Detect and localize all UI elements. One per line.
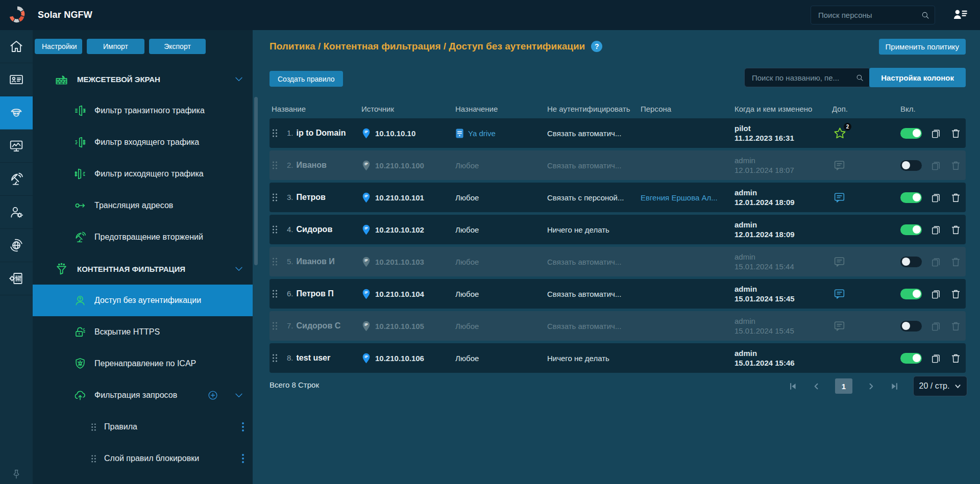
menu-item[interactable]: Фильтрация запросов bbox=[33, 379, 253, 411]
rail-item-home[interactable] bbox=[0, 30, 33, 63]
prev-page-icon[interactable] bbox=[812, 381, 821, 391]
copy-button[interactable] bbox=[930, 160, 942, 171]
create-rule-button[interactable]: Создать правило bbox=[270, 71, 343, 87]
favorite-star-icon[interactable]: 2 bbox=[833, 126, 847, 140]
row-drag-handle-icon[interactable] bbox=[272, 353, 287, 363]
changed-by: admin bbox=[734, 316, 828, 326]
row-drag-handle-icon[interactable] bbox=[272, 289, 287, 298]
rail-item-network[interactable] bbox=[0, 229, 33, 262]
user-menu-icon[interactable] bbox=[952, 8, 968, 22]
persona-search-input[interactable] bbox=[817, 10, 921, 20]
delete-button[interactable] bbox=[950, 160, 962, 171]
enable-toggle[interactable] bbox=[900, 192, 922, 203]
copy-button[interactable] bbox=[930, 352, 942, 364]
menu-item[interactable]: Вскрытие HTTPS bbox=[33, 316, 253, 348]
table-search[interactable] bbox=[744, 68, 871, 87]
menu-group-header[interactable]: КОНТЕНТНАЯ ФИЛЬТРАЦИЯ bbox=[33, 253, 253, 285]
delete-button[interactable] bbox=[950, 288, 962, 300]
delete-button[interactable] bbox=[950, 224, 962, 236]
copy-button[interactable] bbox=[930, 288, 942, 300]
copy-button[interactable] bbox=[930, 320, 942, 332]
rail-item-dashboard[interactable] bbox=[0, 130, 33, 163]
menu-child-item[interactable]: Правила bbox=[33, 411, 253, 443]
comment-icon[interactable] bbox=[833, 288, 846, 300]
table-search-input[interactable] bbox=[751, 73, 855, 83]
help-icon[interactable]: ? bbox=[591, 41, 602, 52]
delete-button[interactable] bbox=[950, 256, 962, 268]
row-drag-handle-icon[interactable] bbox=[272, 257, 287, 266]
enable-toggle[interactable] bbox=[900, 321, 922, 332]
drag-handle-icon[interactable] bbox=[90, 423, 97, 431]
row-drag-handle-icon[interactable] bbox=[272, 161, 287, 170]
column-settings-button[interactable]: Настройка колонок bbox=[869, 68, 966, 87]
menu-item-label: Трансляция адресов bbox=[94, 201, 173, 210]
rail-item-user-administration[interactable] bbox=[0, 196, 33, 229]
destination-link[interactable]: Ya drive bbox=[468, 129, 496, 138]
comment-icon[interactable] bbox=[833, 159, 846, 172]
chevron-down-icon[interactable] bbox=[233, 390, 244, 401]
current-page[interactable]: 1 bbox=[835, 378, 852, 394]
menu-item-label: Перенаправление по ICAP bbox=[94, 359, 196, 368]
enable-toggle[interactable] bbox=[900, 224, 922, 235]
pin-icon[interactable] bbox=[0, 469, 33, 480]
comment-icon[interactable] bbox=[833, 191, 846, 204]
delete-button[interactable] bbox=[950, 192, 962, 203]
more-actions-icon[interactable] bbox=[241, 453, 244, 464]
delete-button[interactable] bbox=[950, 128, 962, 139]
row-drag-handle-icon[interactable] bbox=[272, 193, 287, 202]
rail-item-system-settings[interactable] bbox=[0, 262, 33, 295]
menu-item[interactable]: Трансляция адресов bbox=[33, 190, 253, 221]
rule-extra bbox=[832, 256, 883, 268]
copy-button[interactable] bbox=[930, 256, 942, 268]
rule-changed: admin12.01.2024 18:09 bbox=[734, 220, 832, 240]
menu-item[interactable]: Предотвращение вторжений bbox=[33, 221, 253, 253]
copy-button[interactable] bbox=[930, 224, 942, 236]
enable-toggle[interactable] bbox=[900, 353, 922, 364]
menu-item[interactable]: Доступ без аутентификации bbox=[33, 285, 253, 316]
comment-icon[interactable] bbox=[833, 256, 846, 268]
rail-item-monitoring[interactable] bbox=[0, 163, 33, 196]
menu-group-header[interactable]: МЕЖСЕТЕВОЙ ЭКРАН bbox=[33, 63, 253, 95]
apply-policy-button[interactable]: Применить политику bbox=[879, 39, 966, 55]
add-icon[interactable] bbox=[207, 390, 218, 401]
row-drag-handle-icon[interactable] bbox=[272, 225, 287, 234]
enable-toggle[interactable] bbox=[900, 257, 922, 267]
enable-toggle[interactable] bbox=[900, 289, 922, 299]
source-ip: 10.210.10.101 bbox=[375, 193, 424, 202]
rule-changed: admin12.01.2024 18:07 bbox=[734, 156, 832, 175]
menu-item[interactable]: Фильтр исходящего трафика bbox=[33, 158, 253, 190]
export-button[interactable]: Экспорт bbox=[149, 39, 206, 54]
enable-toggle[interactable] bbox=[900, 160, 922, 171]
chevron-down-icon[interactable] bbox=[233, 73, 244, 85]
last-page-icon[interactable] bbox=[890, 381, 899, 391]
first-page-icon[interactable] bbox=[788, 381, 798, 391]
lock-open-icon bbox=[74, 325, 87, 339]
enable-toggle[interactable] bbox=[900, 128, 922, 139]
chevron-down-icon[interactable] bbox=[233, 263, 244, 274]
rail-item-policy[interactable] bbox=[0, 96, 33, 130]
more-actions-icon[interactable] bbox=[241, 422, 244, 432]
comment-icon[interactable] bbox=[833, 320, 846, 333]
drag-handle-icon[interactable] bbox=[90, 454, 97, 463]
copy-button[interactable] bbox=[930, 192, 942, 203]
copy-button[interactable] bbox=[930, 128, 942, 139]
persona-search[interactable] bbox=[811, 6, 935, 24]
rule-number: 8. bbox=[287, 353, 293, 362]
settings-button[interactable]: Настройки bbox=[35, 39, 82, 54]
next-page-icon[interactable] bbox=[866, 381, 876, 391]
rail-item-persons[interactable] bbox=[0, 63, 33, 96]
menu-item[interactable]: Фильтр транзитного трафика bbox=[33, 95, 253, 126]
import-button[interactable]: Импорт bbox=[87, 39, 144, 54]
delete-button[interactable] bbox=[950, 352, 962, 364]
page-size-select[interactable]: 20 / стр. bbox=[913, 376, 967, 396]
row-drag-handle-icon[interactable] bbox=[272, 129, 287, 138]
menu-item[interactable]: Перенаправление по ICAP bbox=[33, 348, 253, 379]
policy-menu-panel: Настройки Импорт Экспорт МЕЖСЕТЕВОЙ ЭКРА… bbox=[33, 30, 253, 484]
menu-child-item[interactable]: Слой правил блокировки bbox=[33, 443, 253, 474]
menu-item[interactable]: Фильтр входящего трафика bbox=[33, 126, 253, 158]
row-drag-handle-icon[interactable] bbox=[272, 321, 287, 330]
persona-link[interactable]: Евгения Ершова Ал... bbox=[641, 193, 718, 202]
panel-scrollbar[interactable] bbox=[254, 97, 258, 265]
delete-button[interactable] bbox=[950, 320, 962, 332]
rule-action: Ничего не делать bbox=[547, 225, 641, 234]
